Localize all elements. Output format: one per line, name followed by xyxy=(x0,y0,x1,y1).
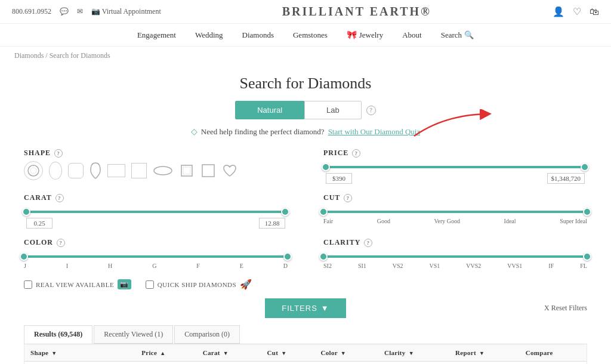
carat-slider[interactable]: 0.25 12.88 xyxy=(24,206,288,229)
cut-info-icon[interactable]: ? xyxy=(344,194,352,202)
nav-diamonds[interactable]: Diamonds xyxy=(242,30,274,40)
nav-engagement[interactable]: Engagement xyxy=(137,30,176,40)
price-min-value[interactable]: $390 xyxy=(326,173,352,184)
col-shape[interactable]: Shape ▼ xyxy=(24,344,135,362)
carat-min-thumb[interactable] xyxy=(22,208,30,216)
cell-shape-0[interactable]: Round xyxy=(24,362,135,365)
tab-natural[interactable]: Natural xyxy=(235,101,304,119)
color-labels: J I H G F E D xyxy=(24,263,288,269)
color-filter: COLOR ? J I H G F E D xyxy=(24,238,288,269)
reset-filters-link[interactable]: X Reset Filters xyxy=(544,304,587,313)
main-content: Search for Diamonds Natural Lab ? ◇ Need… xyxy=(0,65,611,364)
nav-gemstones[interactable]: Gemstones xyxy=(293,30,328,40)
shape-marquise[interactable] xyxy=(153,165,173,176)
phone-number[interactable]: 800.691.0952 xyxy=(12,7,51,16)
tab-comparison[interactable]: Comparison (0) xyxy=(174,325,240,344)
type-tabs: Natural Lab ? xyxy=(24,101,587,119)
price-max-thumb[interactable] xyxy=(581,163,589,171)
col-cut[interactable]: Cut ▼ xyxy=(261,344,314,362)
filters-button[interactable]: FILTERS ▼ xyxy=(265,298,345,318)
virtual-appointment-link[interactable]: 📷 Virtual Appointment xyxy=(91,7,161,16)
shape-princess[interactable] xyxy=(200,163,216,178)
clarity-slider[interactable]: SI2 SI1 VS2 VS1 VVS2 VVS1 IF FL xyxy=(323,251,587,269)
shape-emerald[interactable] xyxy=(107,164,125,177)
svg-rect-3 xyxy=(181,165,192,176)
price-slider[interactable]: $390 $1,348,720 xyxy=(323,161,587,184)
cell-price-0: $390 xyxy=(135,362,197,365)
col-compare: Compare xyxy=(520,344,587,362)
clarity-info-icon[interactable]: ? xyxy=(364,239,372,247)
carat-info-icon[interactable]: ? xyxy=(55,194,64,202)
clarity-max-thumb[interactable] xyxy=(583,252,591,261)
clarity-label: CLARITY ? xyxy=(323,238,587,247)
tab-recently-viewed[interactable]: Recently Viewed (1) xyxy=(94,325,173,344)
col-report[interactable]: Report ▼ xyxy=(449,344,520,362)
filters-dropdown-icon: ▼ xyxy=(321,304,329,313)
brand-name[interactable]: BRILLIANT EARTH® xyxy=(282,5,431,18)
cell-color-0: J xyxy=(315,362,378,365)
cut-min-thumb[interactable] xyxy=(319,208,328,216)
filters-bar: FILTERS ▼ X Reset Filters xyxy=(24,298,587,318)
color-slider[interactable]: J I H G F E D xyxy=(24,251,288,269)
user-icon[interactable]: 👤 xyxy=(553,6,564,17)
col-carat[interactable]: Carat ▼ xyxy=(197,344,261,362)
shape-asscher[interactable] xyxy=(179,163,195,178)
top-bar-right: 👤 ♡ 🛍 xyxy=(553,6,599,17)
cell-compare-0[interactable] xyxy=(520,362,587,365)
chat-icon[interactable]: 💬 xyxy=(60,7,69,16)
quick-ship-checkbox[interactable]: QUICK SHIP DIAMONDS 🚀 xyxy=(146,279,252,290)
filter-grid: SHAPE ? xyxy=(24,149,587,269)
cart-icon[interactable]: 🛍 xyxy=(590,7,599,17)
shape-info-icon[interactable]: ? xyxy=(54,149,63,158)
nav-search[interactable]: Search 🔍 xyxy=(441,30,474,40)
shape-pear[interactable] xyxy=(90,162,101,180)
quick-ship-input[interactable] xyxy=(146,280,154,289)
svg-point-0 xyxy=(28,165,39,176)
price-label: PRICE ? xyxy=(323,149,587,158)
color-min-thumb[interactable] xyxy=(20,252,28,261)
table-row: Round $390 0.30 Ideal J SI2 GIA xyxy=(24,362,587,365)
wishlist-icon[interactable]: ♡ xyxy=(573,6,581,17)
cut-max-thumb[interactable] xyxy=(583,208,591,216)
svg-point-2 xyxy=(154,166,172,175)
svg-rect-5 xyxy=(202,165,214,177)
carat-max-value[interactable]: 12.88 xyxy=(259,218,285,229)
ribbon-icon: 🎀 xyxy=(347,30,357,40)
diamond-icon: ◇ xyxy=(191,127,198,137)
shape-label: SHAPE ? xyxy=(24,149,288,158)
shape-options xyxy=(24,161,288,180)
shape-round[interactable] xyxy=(24,161,43,180)
col-color[interactable]: Color ▼ xyxy=(315,344,378,362)
shape-cushion[interactable] xyxy=(68,163,84,178)
real-view-input[interactable] xyxy=(24,280,32,289)
real-view-checkbox[interactable]: REAL VIEW AVAILABLE 📷 xyxy=(24,279,131,289)
cut-filter: CUT ? Fair Good Very Good Ideal Super Id… xyxy=(323,193,587,229)
price-info-icon[interactable]: ? xyxy=(352,149,360,158)
brand-center: BRILLIANT EARTH® xyxy=(161,5,553,18)
col-clarity[interactable]: Clarity ▼ xyxy=(378,344,449,362)
cell-report-0: GIA xyxy=(449,362,520,365)
email-icon[interactable]: ✉ xyxy=(77,7,83,16)
cut-slider[interactable]: Fair Good Very Good Ideal Super Ideal xyxy=(323,206,587,224)
shape-radiant[interactable] xyxy=(131,163,147,178)
nav-about[interactable]: About xyxy=(402,30,422,40)
quiz-link[interactable]: Start with Our Diamond Quiz xyxy=(328,127,421,136)
tab-lab[interactable]: Lab xyxy=(304,101,362,119)
nav-wedding[interactable]: Wedding xyxy=(195,30,223,40)
svg-rect-4 xyxy=(183,167,190,174)
shape-oval[interactable] xyxy=(49,162,62,180)
clarity-min-thumb[interactable] xyxy=(319,252,328,261)
price-min-thumb[interactable] xyxy=(322,163,330,171)
color-info-icon[interactable]: ? xyxy=(57,239,65,247)
main-nav: Engagement Wedding Diamonds Gemstones 🎀 … xyxy=(0,24,611,47)
color-max-thumb[interactable] xyxy=(283,252,292,261)
carat-max-thumb[interactable] xyxy=(281,208,289,216)
tab-results[interactable]: Results (69,548) xyxy=(24,325,92,344)
carat-min-value[interactable]: 0.25 xyxy=(26,218,53,229)
tab-help-icon[interactable]: ? xyxy=(366,106,376,115)
search-icon: 🔍 xyxy=(464,30,474,40)
shape-heart[interactable] xyxy=(222,163,237,178)
price-max-value[interactable]: $1,348,720 xyxy=(547,173,585,184)
col-price[interactable]: Price ▲ xyxy=(135,344,197,362)
nav-jewelry[interactable]: 🎀 Jewelry xyxy=(347,30,383,40)
